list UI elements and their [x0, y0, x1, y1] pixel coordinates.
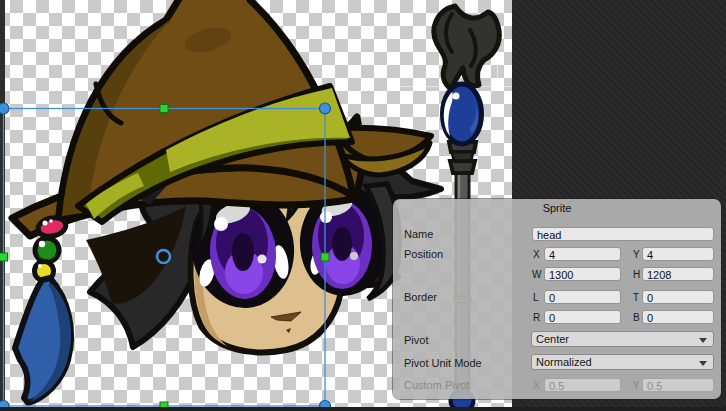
pivot-dropdown-value: Center — [536, 333, 569, 345]
selection-handle-top-right[interactable] — [320, 103, 331, 114]
pos-h-field[interactable]: 1208 — [642, 267, 714, 281]
sprite-inspector-panel: Sprite Name head Position X 4 Y 4 W 1300… — [393, 199, 721, 399]
orb-highlight-dot — [453, 93, 460, 100]
name-label: Name — [404, 228, 433, 240]
bead-charm — [35, 215, 68, 280]
custom-pivot-y-prefix: Y — [633, 380, 640, 391]
custom-pivot-x-field: 0.5 — [544, 378, 621, 392]
border-b-prefix: B — [633, 312, 640, 323]
pivot-label: Pivot — [404, 334, 428, 346]
position-label: Position — [404, 248, 443, 260]
chevron-down-icon — [699, 361, 707, 366]
window-bottom-bar — [0, 407, 726, 411]
pos-y-field[interactable]: 4 — [642, 247, 714, 261]
border-label: Border — [404, 291, 437, 303]
border-b-field[interactable]: 0 — [642, 310, 714, 324]
staff-tuft — [434, 6, 499, 89]
selection-handle-right[interactable] — [321, 253, 329, 261]
border-t-prefix: T — [633, 292, 639, 303]
pivot-unit-mode-value: Normalized — [536, 356, 592, 368]
custom-pivot-y-field: 0.5 — [642, 378, 714, 392]
pos-w-field[interactable]: 1300 — [544, 267, 621, 281]
pos-w-prefix: W — [532, 269, 541, 280]
feather-charm — [15, 278, 71, 403]
border-l-prefix: L — [533, 292, 539, 303]
border-l-field[interactable]: 0 — [544, 290, 621, 304]
pos-x-field[interactable]: 4 — [544, 247, 621, 261]
sprite-editor-window: Sprite Name head Position X 4 Y 4 W 1300… — [0, 0, 726, 411]
name-field[interactable]: head — [532, 227, 714, 241]
border-r-field[interactable]: 0 — [544, 310, 621, 324]
border-t-field[interactable]: 0 — [642, 290, 714, 304]
custom-pivot-label: Custom Pivot — [404, 379, 469, 391]
selection-handle-left[interactable] — [0, 253, 8, 261]
pos-h-prefix: H — [633, 269, 640, 280]
border-r-prefix: R — [533, 312, 540, 323]
staff-collar-low — [450, 161, 475, 173]
pos-x-prefix: X — [533, 249, 540, 260]
custom-pivot-x-prefix: X — [533, 380, 540, 391]
pivot-unit-mode-label: Pivot Unit Mode — [404, 357, 482, 369]
selection-handle-top-left[interactable] — [0, 103, 9, 114]
pivot-dropdown[interactable]: Center — [531, 331, 714, 347]
pivot-unit-mode-dropdown[interactable]: Normalized — [531, 354, 714, 370]
pos-y-prefix: Y — [633, 249, 640, 260]
chevron-down-icon — [699, 338, 707, 343]
head-sprite[interactable] — [12, 0, 441, 403]
selection-handle-top[interactable] — [160, 105, 168, 113]
panel-title: Sprite — [393, 202, 721, 214]
